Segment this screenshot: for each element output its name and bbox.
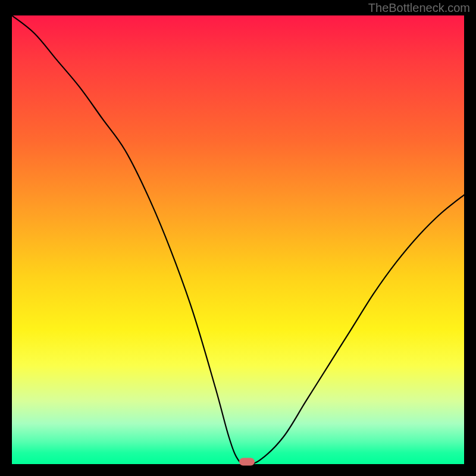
plot-area <box>12 15 464 464</box>
attribution-text: TheBottleneck.com <box>368 1 470 15</box>
chart-frame: TheBottleneck.com <box>0 0 476 476</box>
optimal-point-marker <box>239 458 255 466</box>
curve-path <box>12 15 464 464</box>
bottleneck-curve <box>12 15 464 464</box>
